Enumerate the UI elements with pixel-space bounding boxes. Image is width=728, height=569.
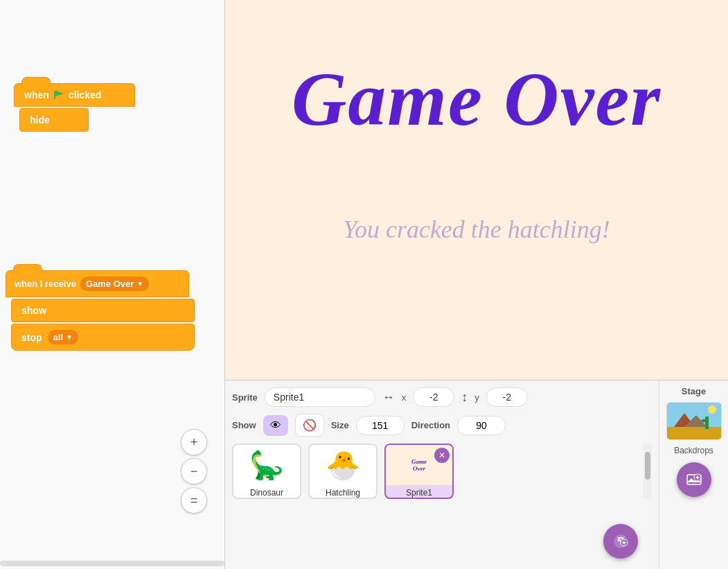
dropdown-arrow-icon: ▼ [136, 280, 143, 288]
add-backdrop-button[interactable] [677, 462, 711, 497]
direction-input[interactable] [457, 416, 506, 435]
svg-rect-10 [702, 419, 707, 422]
when-text: when [24, 89, 49, 100]
sprite-scrollbar-thumb [645, 452, 650, 480]
y-input[interactable] [486, 387, 528, 407]
vertical-arrows-icon: ↕ [461, 390, 468, 405]
code-panel: when clicked hide when I receive Game Ov… [0, 0, 225, 569]
show-hidden-button[interactable]: 🚫 [295, 414, 324, 437]
stop-block[interactable]: stop all ▼ [11, 324, 195, 351]
stage-area: Game Over You cracked the hatchling! [225, 0, 728, 380]
zoom-controls: + − = [181, 429, 207, 514]
horizontal-arrows-icon: ↔ [382, 390, 395, 405]
clicked-text: clicked [69, 89, 101, 100]
sprite-thumbnails: 🦕 Dinosaur 🐣 Hatchling ✕ Game Ov [232, 444, 652, 499]
hatchling-sprite-label: Hatchling [326, 488, 360, 498]
direction-label: Direction [411, 420, 450, 430]
bottom-panel: Sprite ↔ x ↕ y Show 👁 🚫 Size Direction [225, 380, 728, 569]
stage-panel-label: Stage [682, 386, 706, 396]
zoom-in-button[interactable]: + [181, 429, 207, 455]
backdrops-label: Backdrops [674, 446, 713, 455]
x-input[interactable] [413, 387, 454, 407]
right-panel: Game Over You cracked the hatchling! Spr… [225, 0, 728, 569]
sprite-thumb-dinosaur[interactable]: 🦕 Dinosaur [232, 444, 301, 499]
sprite-thumb-hatchling[interactable]: 🐣 Hatchling [308, 444, 378, 499]
stage-panel: Stage Backdrops [659, 380, 728, 569]
sprite-scrollbar[interactable] [643, 444, 652, 499]
hide-block[interactable]: hide [19, 108, 89, 132]
svg-rect-9 [705, 417, 709, 429]
all-dropdown[interactable]: all ▼ [48, 330, 78, 344]
sprite-thumb-sprite1[interactable]: ✕ Game Over Sprite1 [384, 444, 454, 499]
subtitle-display: You cracked the hatchling! [225, 215, 728, 244]
show-controls-row: Show 👁 🚫 Size Direction [232, 414, 652, 437]
svg-marker-0 [55, 91, 63, 96]
size-input[interactable] [356, 416, 405, 435]
when-flag-clicked-block[interactable]: when clicked [14, 83, 135, 107]
size-label: Size [331, 420, 349, 430]
block-group-2: when I receive Game Over ▼ show stop all… [6, 270, 195, 351]
stage-thumbnail[interactable] [666, 402, 722, 440]
block-group-1: when clicked hide [14, 83, 135, 132]
svg-point-8 [708, 405, 716, 414]
when-receive-block[interactable]: when I receive Game Over ▼ [6, 270, 189, 297]
code-panel-scrollbar[interactable] [0, 561, 224, 566]
hatchling-sprite-image: 🐣 [312, 445, 374, 485]
sprite-label: Sprite [232, 392, 258, 403]
sprite-delete-button[interactable]: ✕ [434, 448, 450, 463]
dinosaur-sprite-image: 🦕 [236, 445, 298, 485]
show-block[interactable]: show [11, 299, 195, 322]
svg-rect-7 [667, 427, 722, 440]
sprite-name-input[interactable] [265, 387, 375, 407]
sprite1-label: Sprite1 [406, 488, 432, 498]
game-over-dropdown[interactable]: Game Over ▼ [80, 277, 149, 291]
sprite-controls-row: Sprite ↔ x ↕ y [232, 387, 652, 407]
when-receive-text: when I receive [15, 279, 76, 289]
show-visible-button[interactable]: 👁 [263, 415, 288, 436]
x-label: x [402, 392, 407, 403]
dinosaur-sprite-label: Dinosaur [250, 488, 283, 498]
y-label: y [474, 392, 479, 403]
flag-icon [53, 89, 64, 100]
all-dropdown-arrow-icon: ▼ [66, 333, 73, 341]
add-sprite-button[interactable] [603, 524, 638, 559]
sprites-section: Sprite ↔ x ↕ y Show 👁 🚫 Size Direction [225, 380, 659, 569]
game-over-display: Game Over [225, 55, 728, 143]
show-label: Show [232, 420, 256, 430]
zoom-fit-button[interactable]: = [181, 487, 207, 514]
zoom-out-button[interactable]: − [181, 458, 207, 484]
